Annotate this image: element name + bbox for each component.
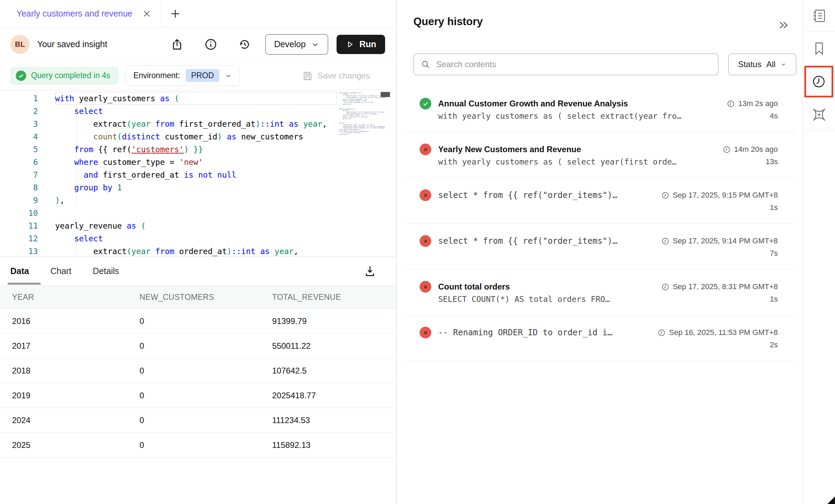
error-status-icon	[420, 189, 431, 201]
tab-separator	[161, 0, 161, 27]
history-item-duration: 2s	[770, 340, 778, 349]
saved-insight-label: Your saved insight	[37, 39, 107, 49]
chevron-down-icon	[225, 72, 232, 79]
collapse-panel-icon[interactable]	[777, 20, 790, 30]
history-item-row: 2s	[420, 340, 778, 349]
table-body: 2016091399.7920170550011.2220180107642.5…	[0, 309, 396, 458]
editor-scrollbar-thumb[interactable]	[381, 92, 390, 97]
table-cell: 2018	[0, 366, 127, 376]
query-history-title: Query history	[413, 15, 483, 28]
table-row: 20180107642.5	[0, 358, 396, 383]
table-row: 2016091399.79	[0, 309, 396, 334]
sql-code-editor[interactable]: 1with yearly_customers as (2 select3 ext…	[0, 90, 396, 257]
table-cell: 0	[127, 366, 260, 376]
success-check-icon	[16, 71, 26, 81]
history-item-row: select * from {{ ref("order_items")…Sep …	[420, 189, 778, 201]
run-button[interactable]: Run	[337, 35, 385, 54]
code-text: extract(year from first_ordered_at)::int…	[55, 119, 327, 128]
environment-label: Environment:	[133, 71, 180, 80]
history-item[interactable]: Count total ordersSep 17, 2025, 8:31 PM …	[405, 270, 796, 315]
code-text: extract(year from ordered_at)::int as ye…	[55, 247, 298, 256]
table-cell: 2016	[0, 316, 127, 326]
code-text: ),	[55, 196, 65, 205]
tab-title: Yearly customers and revenue	[17, 9, 133, 19]
code-text: yearly_revenue as (	[55, 221, 146, 230]
results-tab-data[interactable]: Data	[10, 266, 29, 276]
line-number: 4	[0, 132, 38, 141]
history-clock-icon	[811, 74, 827, 90]
table-cell: 0	[127, 391, 260, 400]
table-cell: 2024	[0, 416, 127, 425]
results-tab-chart[interactable]: Chart	[50, 266, 71, 276]
code-text: select	[55, 234, 103, 243]
table-cell: 2025418.77	[260, 391, 394, 400]
history-item-row: Yearly New Customers and Revenue14m 20s …	[420, 144, 778, 155]
line-number: 3	[0, 119, 38, 128]
new-tab-button[interactable]	[169, 8, 181, 20]
history-item-row: SELECT COUNT(*) AS total_orders FRO…1s	[420, 295, 778, 304]
column-header: NEW_CUSTOMERS	[127, 293, 260, 302]
table-cell: 0	[127, 341, 260, 351]
query-history-panel: Query history Status All Annual Customer…	[397, 0, 803, 504]
tab-yearly-customers-and-revenue[interactable]: Yearly customers and revenue	[0, 0, 161, 27]
error-status-icon	[420, 144, 431, 155]
history-item-timestamp: Sep 17, 2025, 9:15 PM GMT+8	[661, 191, 778, 200]
line-number: 9	[0, 196, 38, 205]
chevron-down-icon	[311, 40, 319, 49]
history-item-row: Annual Customer Growth and Revenue Analy…	[420, 98, 778, 109]
close-tab-icon[interactable]	[142, 9, 151, 18]
history-search-box[interactable]	[413, 53, 719, 75]
history-item[interactable]: Yearly New Customers and Revenue14m 20s …	[405, 132, 796, 178]
develop-label: Develop	[274, 39, 306, 49]
history-item-timestamp: 14m 20s ago	[723, 145, 778, 154]
history-item[interactable]: Annual Customer Growth and Revenue Analy…	[405, 86, 796, 132]
bookmark-icon[interactable]	[811, 41, 827, 56]
table-row: 20250115892.13	[0, 433, 396, 458]
table-header-row: YEARNEW_CUSTOMERSTOTAL_REVENUE	[0, 286, 396, 309]
status-filter-value: All	[766, 60, 776, 69]
info-icon[interactable]	[205, 38, 217, 51]
table-row: 20170550011.22	[0, 334, 396, 358]
history-item-timestamp: Sep 17, 2025, 9:14 PM GMT+8	[661, 237, 778, 245]
run-label: Run	[359, 39, 376, 49]
share-icon[interactable]	[171, 38, 183, 51]
history-item-row: select * from {{ ref("order_items")…Sep …	[420, 235, 778, 247]
code-text: with yearly_customers as (	[55, 94, 179, 103]
editor-minimap[interactable]: with yearly_customers as ( select extrac…	[337, 90, 396, 256]
save-changes-button[interactable]: Save changes	[302, 71, 370, 81]
environment-selector[interactable]: Environment: PROD	[125, 65, 240, 86]
history-item-row: 7s	[420, 249, 778, 258]
history-item[interactable]: -- Renaming ORDER_ID to order_id i…Sep 1…	[405, 315, 796, 361]
query-status-row: Query completed in 4s Environment: PROD …	[0, 61, 396, 90]
table-row: 20240111234.53	[0, 408, 396, 433]
table-cell: 2019	[0, 391, 127, 400]
line-number: 10	[0, 209, 38, 218]
history-item-duration: 13s	[766, 157, 778, 166]
code-text: select	[55, 107, 103, 116]
code-text: group by 1	[55, 183, 122, 192]
document-header: BL Your saved insight Develop Run	[0, 28, 396, 61]
notebook-icon[interactable]	[812, 8, 827, 23]
version-history-icon[interactable]	[238, 38, 251, 51]
line-number: 8	[0, 183, 38, 192]
status-filter-dropdown[interactable]: Status All	[728, 53, 796, 75]
history-item[interactable]: select * from {{ ref("order_items")…Sep …	[405, 224, 796, 270]
history-item-row: with yearly_customers as ( select extrac…	[420, 112, 778, 120]
environment-value-badge: PROD	[186, 69, 219, 82]
history-item-duration: 7s	[770, 249, 778, 258]
history-item[interactable]: select * from {{ ref("order_items")…Sep …	[405, 178, 796, 224]
minimap-code: with yearly_customers as ( select extrac…	[339, 92, 396, 136]
app-root: Yearly customers and revenue BL Your sav…	[0, 0, 835, 504]
results-tab-details[interactable]: Details	[93, 266, 119, 276]
status-filter-label: Status	[738, 60, 762, 69]
line-number: 2	[0, 107, 38, 116]
lineage-icon[interactable]	[811, 107, 827, 123]
editor-panel: Yearly customers and revenue BL Your sav…	[0, 0, 396, 504]
code-text: count(distinct customer_id) as new_custo…	[55, 132, 303, 141]
query-history-rail-button[interactable]	[804, 66, 833, 97]
develop-dropdown[interactable]: Develop	[265, 34, 329, 55]
download-icon[interactable]	[364, 265, 376, 277]
rail-divider	[803, 31, 835, 32]
search-input[interactable]	[435, 59, 711, 70]
line-number: 5	[0, 145, 38, 154]
